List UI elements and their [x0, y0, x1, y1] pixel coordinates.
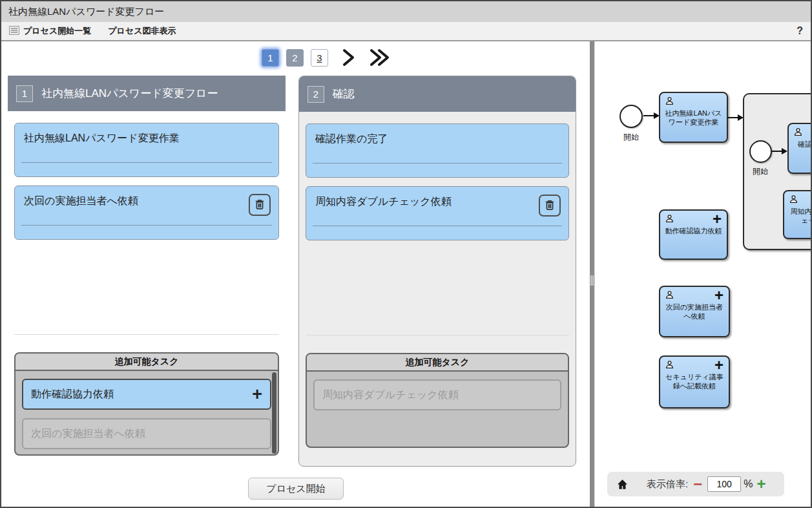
task-name: 次回の実施担当者へ依頼 [24, 195, 138, 206]
diagram-task-label: 次回の実施担当者へ依頼 [663, 302, 726, 321]
addable-task-item[interactable]: 動作確認協力依頼 + [22, 379, 271, 410]
zoom-ratio-label: 表示倍率: [647, 478, 688, 491]
phase-1-tasks: 社内無線LANパスワード変更作業 次回の実施担当者へ依頼 [8, 111, 286, 334]
task-name: 周知内容ダブルチェック依頼 [315, 196, 452, 207]
phase-column-2: 2 確認 確認作業の完了 周知内容ダブルチェック依頼 [298, 76, 576, 467]
addable-task-name: 次回の実施担当者へ依頼 [31, 427, 145, 441]
person-icon [665, 214, 674, 226]
diagram-task-security[interactable]: + セキュリティ議事録へ記載依頼 [659, 355, 730, 408]
start-event-label: 開始 [612, 132, 651, 143]
phase-2-header: 2 確認 [299, 76, 576, 112]
diagram-task-main[interactable]: 社内無線LANパスワード変更作業 [659, 92, 728, 143]
phase-2-title: 確認 [333, 87, 355, 101]
page-button-3[interactable]: 3 [311, 49, 328, 67]
zoom-control-bar: 表示倍率: − % + [607, 472, 784, 496]
process-diagram-panel: 開始 社内無線LANパスワード変更作業 開始 [594, 41, 811, 507]
phase-1-title: 社内無線LANパスワード変更フロー [41, 86, 218, 101]
start-event-icon [749, 140, 772, 163]
phase-2-tasks: 確認作業の完了 周知内容ダブルチェック依頼 [299, 112, 576, 335]
addable-tasks-panel: 追加可能タスク 動作確認協力依頼 + 次回の実施担当者へ依頼 [14, 352, 279, 456]
section-divider [306, 335, 569, 335]
menu-process-start-list[interactable]: プロセス開始一覧 [9, 25, 91, 37]
menu-process-start-list-label: プロセス開始一覧 [23, 25, 91, 37]
addable-tasks-header: 追加可能タスク [16, 354, 278, 371]
diagram-task-label: セキュリティ議事録へ記載依頼 [663, 372, 726, 391]
task-card[interactable]: 周知内容ダブルチェック依頼 [306, 186, 569, 240]
diagram-task-cooperation[interactable]: + 動作確認協力依頼 [659, 209, 728, 260]
diagram-task-confirm[interactable]: 確認作業の完了 [787, 123, 811, 174]
person-icon [789, 195, 798, 207]
trash-icon [543, 198, 556, 213]
app-window: 社内無線LANパスワード変更フロー プロセス開始一覧 プロセス図非表示 ? 1 … [0, 0, 812, 508]
addable-task-item: 次回の実施担当者へ依頼 [22, 418, 271, 449]
panel-splitter[interactable] [590, 41, 594, 507]
next-page-button[interactable] [340, 48, 356, 67]
addable-task-name: 動作確認協力依頼 [31, 388, 114, 401]
list-icon [9, 26, 19, 37]
zoom-in-button[interactable]: + [756, 476, 765, 492]
menu-hide-process-diagram-label: プロセス図非表示 [108, 25, 176, 37]
page-button-1[interactable]: 1 [262, 49, 279, 67]
task-name: 社内無線LANパスワード変更作業 [24, 132, 180, 143]
help-button[interactable]: ? [796, 25, 803, 37]
phase-2-number: 2 [307, 86, 324, 103]
task-card[interactable]: 社内無線LANパスワード変更作業 [14, 123, 279, 177]
addable-tasks-header: 追加可能タスク [307, 354, 568, 372]
diagram-task-label: 社内無線LANパスワード変更作業 [663, 109, 724, 127]
page-button-2[interactable]: 2 [286, 49, 304, 67]
section-divider [14, 334, 279, 335]
home-icon[interactable] [616, 478, 629, 491]
menu-hide-process-diagram[interactable]: プロセス図非表示 [108, 25, 176, 37]
task-card[interactable]: 次回の実施担当者へ依頼 [14, 185, 279, 240]
flow-arrow [643, 111, 660, 122]
process-start-button[interactable]: プロセス開始 [248, 478, 344, 500]
start-event-icon [619, 105, 643, 128]
diagram-task-next-person[interactable]: + 次回の実施担当者へ依頼 [659, 286, 730, 337]
percent-sign: % [744, 478, 753, 490]
pagination: 1 2 3 [262, 48, 390, 67]
zoom-out-button[interactable]: − [693, 476, 702, 492]
phase-1-header: 1 社内無線LANパスワード変更フロー [8, 76, 286, 111]
phase-1-number: 1 [16, 85, 33, 102]
main-panel: 1 2 3 1 社内無線LANパスワード変更フロー 社内無線LANパ [1, 41, 590, 507]
addable-task-item: 周知内容ダブルチェック依頼 [313, 379, 561, 410]
task-card[interactable]: 確認作業の完了 [306, 123, 569, 178]
splitter-grip-icon [590, 275, 594, 286]
person-icon [665, 360, 674, 372]
diagram-task-label: 動作確認協力依頼 [663, 226, 724, 235]
person-icon [665, 290, 674, 302]
zoom-percent-input[interactable] [707, 476, 741, 492]
phase-column-1: 1 社内無線LANパスワード変更フロー 社内無線LANパスワード変更作業 次回の… [8, 76, 286, 456]
diagram-task-label: 確認作業の完了 [791, 140, 811, 149]
addable-tasks-panel: 追加可能タスク 周知内容ダブルチェック依頼 [306, 353, 569, 448]
window-title: 社内無線LANパスワード変更フロー [1, 1, 811, 22]
start-event-label: 開始 [741, 166, 780, 177]
diagram-task-label: 周知内容ダブルチェック依頼 [787, 207, 811, 226]
person-icon [793, 127, 803, 140]
person-icon [665, 96, 674, 109]
delete-task-button[interactable] [539, 195, 561, 217]
menu-bar: プロセス開始一覧 プロセス図非表示 ? [1, 22, 811, 41]
last-page-button[interactable] [368, 48, 390, 67]
add-task-icon[interactable]: + [252, 386, 262, 403]
scrollbar-thumb[interactable] [272, 372, 276, 454]
trash-icon [253, 198, 266, 213]
addable-tasks-list: 動作確認協力依頼 + 次回の実施担当者へ依頼 [16, 371, 278, 454]
addable-task-name: 周知内容ダブルチェック依頼 [322, 388, 459, 402]
delete-task-button[interactable] [249, 194, 271, 216]
diagram-task-notify[interactable]: 周知内容ダブルチェック依頼 [783, 190, 811, 239]
flow-arrow [728, 112, 744, 123]
task-name: 確認作業の完了 [315, 133, 388, 144]
content-area: 1 2 3 1 社内無線LANパスワード変更フロー 社内無線LANパ [1, 41, 811, 507]
addable-tasks-list: 周知内容ダブルチェック依頼 [307, 372, 568, 448]
flow-arrow [772, 146, 788, 157]
